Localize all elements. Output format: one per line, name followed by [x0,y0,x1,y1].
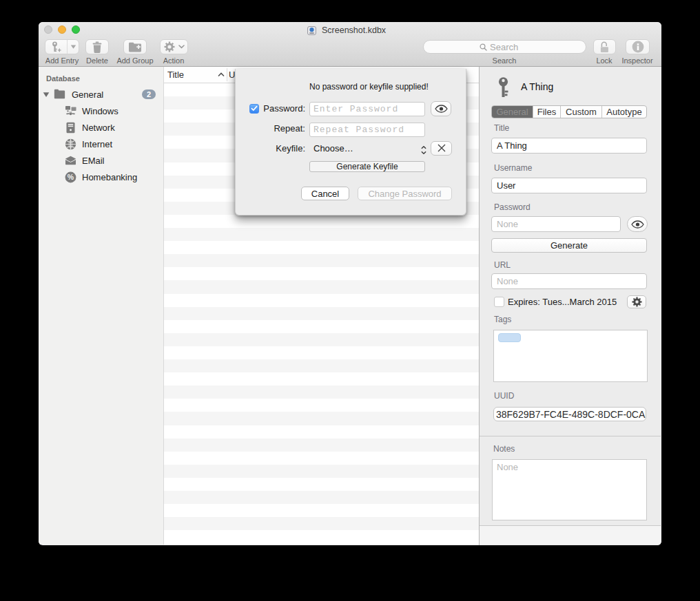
svg-text:%: % [68,173,74,181]
